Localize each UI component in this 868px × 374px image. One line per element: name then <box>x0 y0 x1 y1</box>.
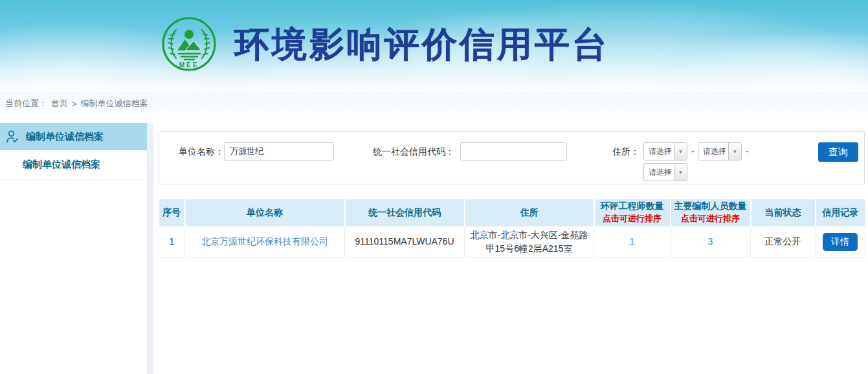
sort-hint-text: 点击可进行排序 <box>597 213 667 225</box>
header-engineer-count-sortable[interactable]: 环评工程师数量 点击可进行排序 <box>594 199 671 226</box>
header-engineer-count-label: 环评工程师数量 <box>601 201 664 211</box>
page-title: 环境影响评价信用平台 <box>234 16 610 72</box>
status-cell: 正常公开 <box>751 226 816 258</box>
staff-count-link[interactable]: 3 <box>708 236 713 247</box>
address-label: 住所： <box>612 142 640 160</box>
address-dash-1: - <box>691 142 695 160</box>
city-select-value: 请选择 <box>698 143 728 160</box>
header-address: 住所 <box>465 199 594 226</box>
chevron-down-icon[interactable]: ▼ <box>728 143 741 160</box>
breadcrumb-current: 编制单位诚信档案 <box>81 98 148 109</box>
chevron-down-icon[interactable]: ▼ <box>674 143 687 160</box>
row-index-cell: 1 <box>159 226 185 258</box>
credit-code-label: 统一社会信用代码： <box>373 142 454 160</box>
unit-name-input[interactable] <box>224 142 334 160</box>
query-button[interactable]: 查询 <box>818 142 858 162</box>
unit-name-link[interactable]: 北京万源世纪环保科技有限公司 <box>201 236 328 247</box>
mee-logo-icon: MEE <box>161 16 217 72</box>
sidebar-item-label: 编制单位诚信档案 <box>26 131 104 143</box>
breadcrumb-home-link[interactable]: 首页 <box>51 98 68 109</box>
site-header: MEE 环境影响评价信用平台 <box>0 0 868 92</box>
sidebar: 编制单位诚信档案 编制单位诚信档案 <box>0 123 147 180</box>
province-select[interactable]: 请选择 ▼ <box>643 142 687 160</box>
search-panel: 单位名称： 统一社会信用代码： 住所： 请选择 ▼ - 请选择 ▼ - 请选择 … <box>159 131 865 184</box>
header-staff-count-sortable[interactable]: 主要编制人员数量 点击可进行排序 <box>671 199 751 226</box>
breadcrumb: 当前位置： 首页 > 编制单位诚信档案 <box>0 92 868 115</box>
breadcrumb-separator: > <box>72 99 77 109</box>
province-select-value: 请选择 <box>644 143 674 160</box>
header-index: 序号 <box>159 199 185 226</box>
engineer-count-link[interactable]: 1 <box>630 236 635 247</box>
sidebar-item-credit-archive[interactable]: 编制单位诚信档案 <box>0 123 147 150</box>
credit-code-cell: 91110115MA7LWUA76U <box>345 226 465 258</box>
sidebar-divider <box>147 123 153 374</box>
sidebar-subitem-label: 编制单位诚信档案 <box>23 159 100 171</box>
mee-logo-text: MEE <box>179 61 199 69</box>
header-staff-count-label: 主要编制人员数量 <box>674 201 747 211</box>
address-cell: 北京市-北京市-大兴区-金苑路甲15号6幢2层A215室 <box>465 226 594 258</box>
chevron-down-icon[interactable]: ▼ <box>674 164 687 181</box>
breadcrumb-prefix: 当前位置： <box>5 98 47 109</box>
district-select[interactable]: 请选择 ▼ <box>643 163 687 181</box>
header-unit-name: 单位名称 <box>185 199 345 226</box>
credit-code-input[interactable] <box>460 142 567 160</box>
header-credit-record: 信用记录 <box>816 199 865 226</box>
user-check-icon <box>5 129 19 144</box>
sidebar-subitem-credit-archive[interactable]: 编制单位诚信档案 <box>0 150 147 180</box>
sort-hint-text: 点击可进行排序 <box>674 213 748 225</box>
address-dash-2: - <box>746 142 749 160</box>
table-header-row: 序号 单位名称 统一社会信用代码 住所 环评工程师数量 点击可进行排序 主要编制… <box>159 199 865 226</box>
city-select[interactable]: 请选择 ▼ <box>698 142 742 160</box>
results-table: 序号 单位名称 统一社会信用代码 住所 环评工程师数量 点击可进行排序 主要编制… <box>159 199 865 258</box>
table-row: 1 北京万源世纪环保科技有限公司 91110115MA7LWUA76U 北京市-… <box>159 226 865 258</box>
district-select-value: 请选择 <box>644 164 674 181</box>
unit-name-label: 单位名称： <box>179 142 224 160</box>
detail-button[interactable]: 详情 <box>823 233 858 251</box>
header-credit-code: 统一社会信用代码 <box>345 199 465 226</box>
header-status: 当前状态 <box>751 199 816 226</box>
